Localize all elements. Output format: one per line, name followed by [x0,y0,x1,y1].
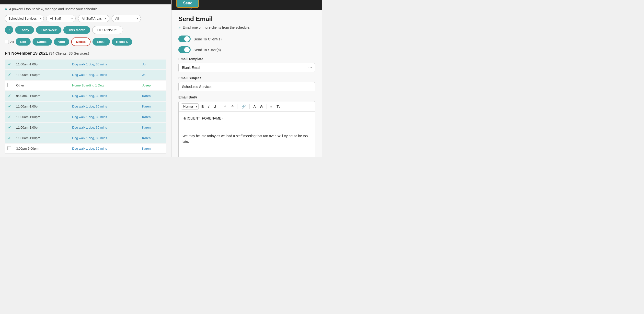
row-service[interactable]: Dog walk 1 dog, 30 mins [70,133,140,143]
highlight-button[interactable]: A [258,104,264,110]
staff-filter[interactable]: All Staff [46,15,76,22]
email-body-label: Email Body [178,95,315,99]
schedule-table: ✓11:00am-1:00pmDog walk 1 dog, 30 minsJo… [5,59,166,154]
row-staff[interactable]: Jo [140,60,166,69]
staff-link[interactable]: Karen [142,94,151,98]
ordered-list-button[interactable]: ≐ [222,104,228,110]
row-service[interactable]: Dog walk 1 dog, 30 mins [70,112,140,122]
staff-link[interactable]: Jo [142,63,146,66]
areas-filter[interactable]: All Staff Areas [78,15,109,22]
italic-button[interactable]: I [206,104,211,110]
fourth-select[interactable]: All [112,15,141,22]
template-select[interactable]: Blank Email [178,63,315,72]
row-service[interactable]: Dog walk 1 dog, 30 mins [70,91,140,101]
format-select[interactable]: Normal [181,103,199,110]
row-service[interactable]: Dog walk 1 dog, 30 mins [70,144,140,154]
row-service[interactable]: Dog walk 1 dog, 30 mins [70,102,140,111]
unordered-list-button[interactable]: ≐ [229,104,236,110]
row-checkbox-checked[interactable]: ✓ [8,94,11,98]
panel-arrows-icon: » [178,25,180,30]
void-button[interactable]: Void [54,38,69,46]
service-link[interactable]: Dog walk 1 dog, 30 mins [72,63,107,66]
format-select-wrapper[interactable]: Normal [181,103,199,110]
service-link[interactable]: Dog walk 1 dog, 30 mins [72,73,107,77]
email-button[interactable]: Email [92,38,110,46]
prev-button[interactable]: ‹ [5,26,13,34]
row-staff[interactable]: Joseph [140,81,166,90]
row-staff[interactable]: Karen [140,112,166,122]
service-link[interactable]: Dog walk 1 dog, 30 mins [72,105,107,108]
row-service[interactable]: Home Boarding 1 Dog [70,81,140,90]
align-button[interactable]: ≡ [268,104,274,110]
row-checkbox-checked[interactable]: ✓ [8,104,11,109]
edit-button[interactable]: Edit [16,38,30,46]
row-checkbox-checked[interactable]: ✓ [8,136,11,140]
email-body-paragraph: With best regards [182,157,311,157]
text-color-button[interactable]: A [252,104,258,110]
table-row: 3:00pm-5:00pmDog walk 1 dog, 30 minsKare… [5,144,166,154]
staff-link[interactable]: Karen [142,105,151,108]
service-type-filter[interactable]: Scheduled Services [5,15,44,22]
date-button[interactable]: Fri 11/19/2021 [92,26,123,34]
row-staff[interactable]: Karen [140,133,166,143]
schedule-header: Fri November 19 2021 (34 Clients, 36 Ser… [5,51,166,56]
bold-button[interactable]: B [200,104,206,110]
table-row: ✓11:00am-1:00pmDog walk 1 dog, 30 minsKa… [5,133,166,143]
row-service[interactable]: Dog walk 1 dog, 30 mins [70,60,140,69]
service-link[interactable]: Dog walk 1 dog, 30 mins [72,147,107,150]
row-service[interactable]: Dog walk 1 dog, 30 mins [70,123,140,133]
cancel-button[interactable]: Cancel [32,38,52,46]
row-service[interactable]: Dog walk 1 dog, 30 mins [70,70,140,80]
staff-link[interactable]: Karen [142,147,151,150]
staff-link[interactable]: Karen [142,136,151,140]
staff-link[interactable]: Jo [142,73,146,77]
row-staff[interactable]: Karen [140,144,166,154]
service-link[interactable]: Home Boarding 1 Dog [72,84,104,87]
staff-link[interactable]: Karen [142,115,151,119]
staff-link[interactable]: Joseph [142,84,152,87]
send-button[interactable]: Send [176,0,199,8]
this-month-button[interactable]: This Month [63,26,90,34]
send-to-sitters-toggle[interactable] [178,46,190,53]
right-panel: Send ☜ Send Email » Email one or more cl… [171,0,322,157]
send-to-clients-toggle[interactable] [178,36,190,42]
service-link[interactable]: Dog walk 1 dog, 30 mins [72,126,107,129]
row-checkbox-checked[interactable]: ✓ [8,73,11,77]
link-button[interactable]: 🔗 [240,104,247,110]
staff-select[interactable]: All Staff [46,15,76,22]
today-button[interactable]: Today [15,26,34,34]
toolbar-divider-3 [249,104,250,109]
reset-button[interactable]: Reset S [112,38,132,46]
row-checkbox-checked[interactable]: ✓ [8,115,11,119]
clear-format-button[interactable]: Tₓ [275,104,282,110]
service-link[interactable]: Dog walk 1 dog, 30 mins [72,136,107,140]
this-week-button[interactable]: This Week [36,26,62,34]
all-checkbox[interactable] [5,40,9,44]
row-staff[interactable]: Karen [140,102,166,111]
email-subject-input[interactable] [178,82,315,91]
email-body-text[interactable]: Hi {CLIENT_FORENAME}, We may be late tod… [178,112,315,157]
underline-button[interactable]: U [212,104,218,110]
all-label: All [10,40,14,44]
row-checkbox[interactable] [7,83,11,87]
fourth-filter[interactable]: All [112,15,141,22]
service-type-select[interactable]: Scheduled Services [5,15,44,22]
template-select-wrapper[interactable]: Blank Email [178,63,315,72]
areas-select[interactable]: All Staff Areas [78,15,109,22]
table-row: ✓11:00am-1:00pmDog walk 1 dog, 30 minsJo [5,60,166,69]
row-staff[interactable]: Karen [140,91,166,101]
row-checkbox[interactable] [7,146,11,150]
row-checkbox-checked[interactable]: ✓ [8,62,11,66]
row-staff[interactable]: Karen [140,123,166,133]
tagline-row: » A powerful tool to view, manage and up… [5,7,166,11]
service-link[interactable]: Dog walk 1 dog, 30 mins [72,94,107,98]
row-time: 11:00am-1:00pm [14,102,70,111]
row-staff[interactable]: Jo [140,70,166,80]
send-to-sitters-row: Send To Sitter(s) [178,46,315,53]
send-to-clients-label: Send To Client(s) [194,37,222,41]
delete-button[interactable]: Delete [71,38,90,46]
staff-link[interactable]: Karen [142,126,151,129]
row-checkbox-checked[interactable]: ✓ [8,125,11,130]
tagline-arrows-icon: » [5,7,7,11]
service-link[interactable]: Dog walk 1 dog, 30 mins [72,115,107,119]
